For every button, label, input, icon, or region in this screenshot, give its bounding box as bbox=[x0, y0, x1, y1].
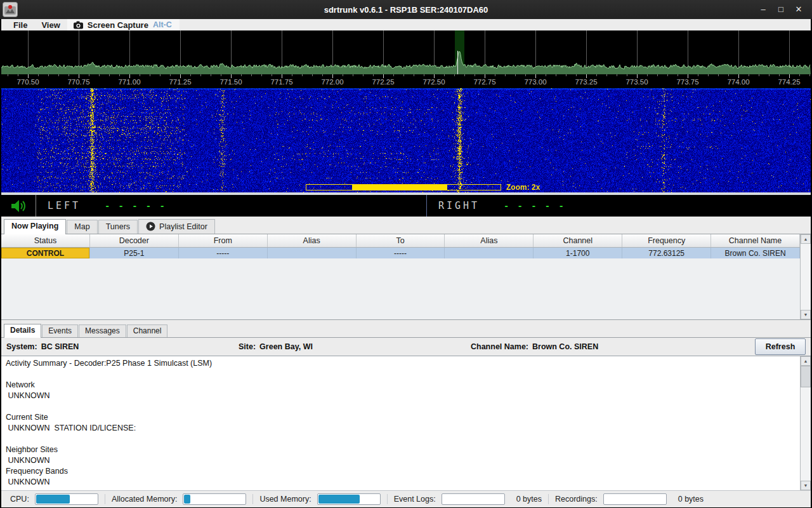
menu-view[interactable]: View bbox=[34, 19, 67, 30]
play-icon bbox=[146, 222, 155, 231]
audio-right-label: RIGHT bbox=[438, 200, 480, 211]
channel-row[interactable]: CONTROLP25-1----------1-1700772.63125Bro… bbox=[1, 248, 800, 258]
waterfall-canvas bbox=[1, 88, 811, 192]
site-value: Green Bay, WI bbox=[259, 342, 313, 351]
used-memory-label: Used Memory: bbox=[259, 495, 311, 504]
system-value: BC SIREN bbox=[41, 342, 79, 351]
frequency-tick-label: 772.25 bbox=[372, 78, 394, 86]
frequency-tick-label: 773.25 bbox=[575, 78, 597, 86]
menu-file[interactable]: File bbox=[6, 19, 34, 30]
tab-tuners[interactable]: Tuners bbox=[98, 220, 138, 234]
tab-channel[interactable]: Channel bbox=[127, 324, 168, 337]
spectrum-canvas bbox=[1, 30, 811, 74]
column-header-frequency[interactable]: Frequency bbox=[622, 234, 711, 247]
table-scrollbar[interactable]: ▲ ▼ bbox=[800, 234, 811, 319]
tab-label: Messages bbox=[85, 326, 120, 335]
cell-frequency: 772.63125 bbox=[622, 248, 711, 258]
frequency-tick-label: 773.75 bbox=[676, 78, 698, 86]
column-header-channel-name[interactable]: Channel Name bbox=[711, 234, 800, 247]
column-header-to[interactable]: To bbox=[357, 234, 445, 247]
event-logs-status: Event Logs: 0 bytes bbox=[394, 493, 542, 505]
activity-scroll-thumb[interactable] bbox=[801, 366, 811, 387]
audio-channel-left[interactable]: LEFT - - - - - bbox=[1, 195, 426, 217]
tab-messages[interactable]: Messages bbox=[79, 324, 126, 337]
channel-detail-header: System:BC SIREN Site:Green Bay, WI Chann… bbox=[1, 338, 811, 356]
event-logs-progress bbox=[442, 493, 505, 505]
activity-scroll-track[interactable] bbox=[801, 366, 811, 481]
tab-now-playing[interactable]: Now Playing bbox=[4, 219, 66, 234]
scroll-up-icon[interactable]: ▲ bbox=[801, 234, 811, 244]
minor-ticks bbox=[1, 74, 811, 76]
site-label: Site: bbox=[239, 342, 256, 351]
allocated-progress-fill bbox=[184, 495, 190, 504]
tab-map[interactable]: Map bbox=[67, 220, 97, 234]
maximize-button[interactable]: □ bbox=[776, 0, 785, 19]
cell-status: CONTROL bbox=[1, 248, 90, 258]
recordings-status: Recordings: 0 bytes bbox=[555, 493, 704, 505]
cell-from: ----- bbox=[179, 248, 268, 258]
column-header-alias[interactable]: Alias bbox=[268, 234, 357, 247]
tab-label: Now Playing bbox=[11, 222, 58, 231]
audio-channel-right[interactable]: RIGHT - - - - - bbox=[426, 195, 811, 217]
frequency-tick-label: 770.75 bbox=[67, 78, 89, 86]
waterfall-zoom-indicator[interactable]: Zoom: 2x bbox=[306, 184, 540, 190]
cell-channel: 1-1700 bbox=[534, 248, 622, 258]
menu-bar: File View Screen Capture Alt-C bbox=[1, 19, 811, 30]
used-memory-status: Used Memory: bbox=[259, 493, 380, 505]
frequency-tick-label: 771.75 bbox=[270, 78, 292, 86]
cpu-progress bbox=[35, 493, 98, 505]
camera-icon bbox=[74, 21, 83, 29]
main-tab-bar: Now PlayingMapTunersPlaylist Editor bbox=[1, 217, 811, 234]
frequency-tick-label: 771.25 bbox=[169, 78, 191, 86]
channel-name-label: Channel Name: bbox=[471, 342, 528, 351]
frequency-tick-label: 771.50 bbox=[219, 78, 242, 86]
column-header-alias[interactable]: Alias bbox=[445, 234, 534, 247]
audio-panel: LEFT - - - - - RIGHT - - - - - bbox=[1, 195, 811, 217]
tab-label: Details bbox=[10, 326, 35, 335]
scroll-up-icon[interactable]: ▲ bbox=[801, 356, 811, 366]
column-header-from[interactable]: From bbox=[179, 234, 268, 247]
close-button[interactable]: ✕ bbox=[794, 0, 803, 19]
zoom-region-track[interactable] bbox=[306, 184, 501, 190]
column-header-decoder[interactable]: Decoder bbox=[90, 234, 179, 247]
cpu-label: CPU: bbox=[10, 495, 29, 504]
scroll-down-icon[interactable]: ▼ bbox=[801, 481, 811, 490]
spectrum-display[interactable] bbox=[1, 30, 811, 74]
waterfall-display[interactable]: Zoom: 2x bbox=[1, 88, 811, 192]
tab-label: Channel bbox=[133, 326, 162, 335]
audio-left-value: - - - - - bbox=[105, 201, 166, 211]
column-header-status[interactable]: Status bbox=[1, 234, 90, 247]
activity-text: Activity Summary - Decoder:P25 Phase 1 S… bbox=[1, 356, 800, 490]
tab-details[interactable]: Details bbox=[4, 324, 41, 338]
refresh-button[interactable]: Refresh bbox=[755, 338, 806, 355]
frequency-tick-label: 771.00 bbox=[118, 78, 140, 86]
used-progress-fill bbox=[318, 495, 360, 504]
menu-screen-capture[interactable]: Screen Capture Alt-C bbox=[67, 19, 180, 30]
frequency-tick-label: 774.25 bbox=[778, 78, 800, 86]
tab-label: Events bbox=[48, 326, 72, 335]
window-title: sdrtrunk v0.6.1 - RSP1B SER:240107DA60 bbox=[0, 5, 812, 15]
tab-playlist-editor[interactable]: Playlist Editor bbox=[138, 219, 215, 234]
status-bar: CPU: Allocated Memory: Used Memory: Even… bbox=[1, 490, 811, 507]
cell-channel-name: Brown Co. SIREN bbox=[711, 248, 800, 258]
system-info: System:BC SIREN bbox=[6, 342, 79, 351]
column-header-channel[interactable]: Channel bbox=[534, 234, 622, 247]
allocated-memory-status: Allocated Memory: bbox=[112, 493, 247, 505]
minimize-button[interactable]: – bbox=[759, 0, 768, 19]
title-bar: sdrtrunk v0.6.1 - RSP1B SER:240107DA60 –… bbox=[0, 0, 812, 19]
audio-left-label: LEFT bbox=[48, 200, 81, 211]
table-scroll-track[interactable] bbox=[801, 244, 811, 310]
tab-events[interactable]: Events bbox=[42, 324, 78, 337]
activity-scrollbar[interactable]: ▲ ▼ bbox=[800, 356, 811, 490]
channels-panel: StatusDecoderFromAliasToAliasChannelFreq… bbox=[1, 234, 811, 320]
system-label: System: bbox=[6, 342, 37, 351]
recordings-size: 0 bytes bbox=[678, 495, 704, 504]
channel-name-info: Channel Name:Brown Co. SIREN bbox=[471, 342, 598, 351]
activity-summary-panel[interactable]: Activity Summary - Decoder:P25 Phase 1 S… bbox=[1, 356, 811, 490]
zoom-region-fill[interactable] bbox=[352, 185, 447, 190]
status-separator bbox=[387, 494, 388, 504]
speaker-icon[interactable] bbox=[10, 199, 27, 213]
used-progress bbox=[317, 493, 381, 505]
scroll-down-icon[interactable]: ▼ bbox=[801, 310, 811, 319]
frequency-tick-label: 773.00 bbox=[524, 78, 546, 86]
